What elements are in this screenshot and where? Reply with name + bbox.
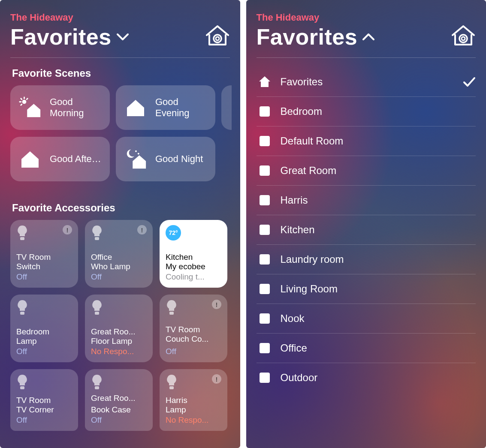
room-item[interactable]: Laundry room xyxy=(257,245,476,274)
room-label: Favorites xyxy=(281,76,323,88)
house-icon xyxy=(18,150,42,168)
room-item[interactable]: Default Room xyxy=(257,126,476,156)
room-item-favorites[interactable]: Favorites xyxy=(257,67,476,97)
status: Off xyxy=(16,415,72,425)
alert-icon: ! xyxy=(137,225,147,235)
scene-good-evening[interactable]: Good Evening xyxy=(116,85,215,130)
room-icon xyxy=(258,313,271,324)
scenes-grid: Good Morning Good Evening Good Aftern... xyxy=(10,85,230,181)
svg-point-19 xyxy=(462,37,465,40)
page-title: Favorites xyxy=(257,24,358,50)
lightbulb-icon xyxy=(16,300,28,316)
room-label: Great Room xyxy=(281,165,337,177)
lightbulb-icon xyxy=(16,225,28,241)
svg-point-2 xyxy=(22,100,27,104)
svg-point-9 xyxy=(138,153,139,155)
room-item[interactable]: Office xyxy=(257,334,476,363)
lightbulb-icon xyxy=(166,374,178,391)
room-label: Nook xyxy=(281,313,305,325)
room-icon xyxy=(258,372,271,383)
room-item[interactable]: Living Room xyxy=(257,274,476,304)
status: Off xyxy=(16,347,72,356)
chevron-down-icon xyxy=(117,33,129,41)
room-item[interactable]: Kitchen xyxy=(257,215,476,245)
room-item[interactable]: Bedroom xyxy=(257,97,476,126)
scene-label: Good Evening xyxy=(155,96,207,119)
room-icon xyxy=(258,106,271,117)
house-icon xyxy=(124,98,148,117)
status: Cooling t... xyxy=(166,272,221,282)
svg-rect-27 xyxy=(260,284,270,294)
home-name: The Hideaway xyxy=(10,12,230,23)
room-label: Living Room xyxy=(281,283,338,295)
room-item[interactable]: Harris xyxy=(257,186,476,215)
alert-icon: ! xyxy=(212,300,221,309)
lightbulb-icon xyxy=(91,374,103,391)
svg-rect-24 xyxy=(260,195,270,205)
room-label: Laundry room xyxy=(281,253,344,265)
accessory-tile[interactable]: TV RoomTV Corner Off xyxy=(10,369,78,431)
svg-rect-30 xyxy=(260,373,270,383)
svg-point-1 xyxy=(216,37,219,40)
home-icon-button[interactable] xyxy=(451,24,476,47)
svg-point-18 xyxy=(459,35,467,42)
scene-peek[interactable] xyxy=(221,85,232,130)
page-title-dropdown[interactable]: Favorites xyxy=(10,24,129,50)
page-title: Favorites xyxy=(10,24,112,50)
alert-icon: ! xyxy=(63,225,72,235)
room-item[interactable]: Great Room xyxy=(257,156,476,186)
svg-rect-16 xyxy=(95,386,99,389)
lightbulb-icon xyxy=(91,225,103,241)
room-label: Bedroom xyxy=(281,105,322,117)
moon-house-icon xyxy=(124,147,148,171)
scene-good-afternoon[interactable]: Good Aftern... xyxy=(10,137,110,181)
accessory-tile[interactable]: Great Roo...Floor Lamp No Respo... xyxy=(85,295,153,362)
accessory-tile[interactable]: ! OfficeWho Lamp Off xyxy=(85,220,153,288)
room-icon xyxy=(258,254,271,265)
svg-rect-26 xyxy=(260,254,270,265)
room-label: Harris xyxy=(281,194,308,206)
accessory-tile[interactable]: Great Roo...Book Case Off xyxy=(85,369,153,431)
room-icon xyxy=(258,135,271,147)
divider xyxy=(257,57,476,58)
svg-line-7 xyxy=(21,104,22,105)
svg-line-5 xyxy=(21,99,22,99)
scene-good-night[interactable]: Good Night xyxy=(116,137,215,181)
room-item[interactable]: Outdoor xyxy=(257,363,476,387)
chevron-up-icon xyxy=(362,33,374,41)
thermostat-icon: 72° xyxy=(166,225,181,241)
room-label: Kitchen xyxy=(281,224,315,236)
room-label: Office xyxy=(281,342,307,354)
page-title-dropdown[interactable]: Favorites xyxy=(257,24,375,50)
room-icon xyxy=(258,195,271,206)
svg-point-0 xyxy=(214,35,221,42)
pane-room-picker: The Hideaway Favorites xyxy=(246,0,486,448)
svg-rect-12 xyxy=(20,312,24,315)
svg-point-8 xyxy=(135,150,137,152)
status: Off xyxy=(91,272,147,282)
svg-rect-22 xyxy=(260,136,270,146)
status: Off xyxy=(166,347,221,356)
room-list: Favorites Bedroom Default Room Great Roo… xyxy=(257,67,476,387)
svg-rect-15 xyxy=(20,386,24,389)
accessory-tile[interactable]: BedroomLamp Off xyxy=(10,295,78,362)
svg-rect-10 xyxy=(20,237,24,240)
accessory-tile[interactable]: ! HarrisLamp No Respo... xyxy=(160,369,227,431)
accessories-grid: ! TV RoomSwitch Off ! OfficeWho Lamp Off… xyxy=(10,220,230,431)
home-name: The Hideaway xyxy=(257,12,476,23)
accessory-tile[interactable]: ! TV RoomCouch Co... Off xyxy=(160,295,227,362)
lightbulb-icon xyxy=(16,374,28,391)
accessory-tile[interactable]: ! TV RoomSwitch Off xyxy=(10,220,78,288)
checkmark-icon xyxy=(463,77,476,87)
lightbulb-icon xyxy=(166,300,178,316)
sunrise-house-icon xyxy=(18,96,42,119)
pane-favorites: The Hideaway Favorites Favorite Scenes xyxy=(0,0,240,448)
room-item[interactable]: Nook xyxy=(257,304,476,334)
alert-icon: ! xyxy=(212,374,221,384)
svg-rect-17 xyxy=(169,386,174,389)
scene-good-morning[interactable]: Good Morning xyxy=(10,85,110,130)
svg-rect-28 xyxy=(260,313,270,324)
home-icon-button[interactable] xyxy=(205,24,230,47)
accessory-tile-thermostat[interactable]: 72° KitchenMy ecobee Cooling t... xyxy=(160,220,227,288)
status: Off xyxy=(91,415,147,425)
